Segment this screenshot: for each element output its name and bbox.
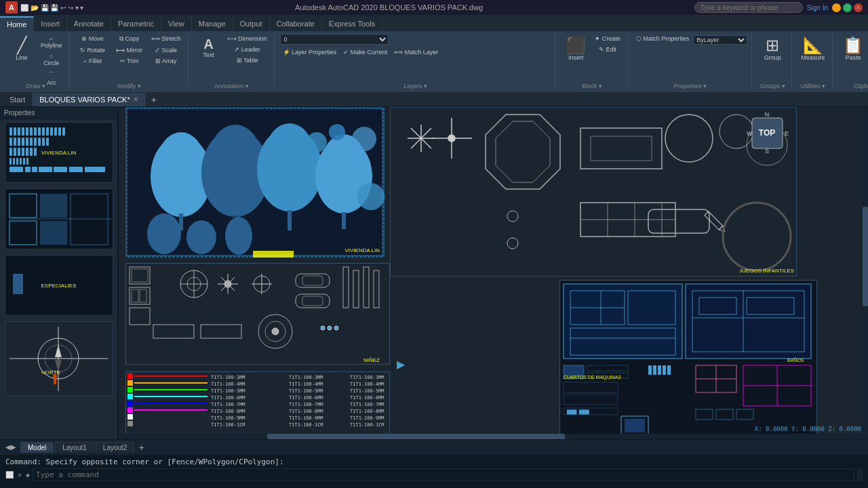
svg-text:E: E bbox=[785, 130, 789, 137]
svg-text:NIÑEZ: NIÑEZ bbox=[363, 357, 380, 363]
svg-rect-3 bbox=[22, 127, 24, 136]
layout-prev-button[interactable]: ◀ bbox=[5, 443, 11, 451]
h-scroll-thumb[interactable] bbox=[267, 434, 565, 439]
tab-output[interactable]: Output bbox=[233, 16, 270, 31]
layout2-tab[interactable]: Layout2 bbox=[96, 442, 135, 453]
move-button[interactable]: ⊕ Move bbox=[75, 34, 111, 44]
tab-express-tools[interactable]: Express Tools bbox=[322, 16, 382, 31]
create-block-button[interactable]: ✦ Create bbox=[592, 34, 623, 43]
svg-rect-44 bbox=[9, 194, 37, 218]
rect-svg bbox=[6, 190, 111, 248]
svg-text:T1T1-100-6MM: T1T1-100-6MM bbox=[289, 395, 323, 401]
circles-label: JUEGOS INFANTILES bbox=[739, 268, 794, 274]
svg-rect-31 bbox=[9, 158, 12, 165]
text-button[interactable]: A Text bbox=[194, 34, 224, 65]
minimize-button[interactable]: ─ bbox=[832, 3, 841, 12]
tab-annotate[interactable]: Annotate bbox=[67, 16, 111, 31]
command-input[interactable] bbox=[33, 468, 854, 481]
svg-rect-193 bbox=[686, 284, 811, 359]
scale-button[interactable]: ⤢ Scale bbox=[149, 45, 184, 55]
svg-text:T1T1-100-3MM: T1T1-100-3MM bbox=[211, 375, 245, 380]
svg-rect-222 bbox=[696, 409, 713, 420]
measure-button[interactable]: 📐 Measure bbox=[797, 34, 828, 63]
v-scroll-thumb[interactable] bbox=[863, 207, 868, 306]
svg-rect-90 bbox=[591, 136, 652, 161]
horizontal-scrollbar[interactable] bbox=[119, 434, 863, 439]
paste-icon: 📋 bbox=[843, 37, 863, 54]
svg-point-125 bbox=[224, 281, 231, 287]
ribbon-group-utilities: 📐 Measure Utilities ▾ bbox=[793, 33, 833, 91]
quick-access-icons: ⬜ 📂 💾 💾 ↩ ↪ ▾ ▾ bbox=[20, 4, 83, 12]
close-button[interactable]: ✕ bbox=[854, 3, 863, 12]
rotate-button[interactable]: ↻ Rotate bbox=[75, 45, 111, 55]
paste-button[interactable]: 📋 Paste bbox=[838, 34, 868, 63]
leader-button[interactable]: ↗ Leader bbox=[225, 45, 270, 54]
copy-button[interactable]: ⧉ Copy bbox=[112, 34, 147, 44]
svg-point-94 bbox=[507, 211, 518, 222]
mirror-button[interactable]: ⟷ Mirror bbox=[112, 45, 147, 55]
svg-text:████ ████: ████ ████ bbox=[566, 409, 589, 415]
cursor-indicator: ▶ bbox=[397, 358, 405, 371]
tab-home[interactable]: Home bbox=[0, 16, 34, 31]
new-layout-button[interactable]: + bbox=[136, 442, 146, 453]
svg-rect-38 bbox=[25, 167, 31, 172]
table-button[interactable]: ⊞ Table bbox=[225, 56, 270, 65]
svg-rect-4 bbox=[26, 127, 28, 136]
svg-rect-29 bbox=[30, 148, 33, 156]
polyline-button[interactable]: ⌐ Polyline bbox=[38, 34, 65, 50]
dimension-button[interactable]: ⟼ Dimension bbox=[225, 34, 270, 43]
svg-rect-22 bbox=[42, 138, 45, 146]
cmd-icons: ⬜ ✕ ◆ bbox=[5, 471, 30, 479]
ribbon-group-annotation: A Text ⟼ Dimension ↗ Leader ⊞ Table Anno… bbox=[190, 33, 275, 91]
model-tab[interactable]: Model bbox=[20, 442, 54, 453]
layout-next-button[interactable]: ▶ bbox=[11, 443, 16, 451]
tab-collaborate[interactable]: Collaborate bbox=[270, 16, 322, 31]
match-properties-button[interactable]: ⬡ Match Properties bbox=[633, 34, 692, 45]
svg-rect-8 bbox=[42, 127, 45, 136]
ribbon-tabs: Home Insert Annotate Parametric View Man… bbox=[0, 15, 868, 31]
svg-rect-19 bbox=[30, 138, 33, 146]
tab-close-icon[interactable]: ✕ bbox=[133, 96, 138, 103]
svg-rect-13 bbox=[62, 127, 65, 136]
layer-dropdown[interactable]: 0 bbox=[280, 34, 389, 45]
svg-text:TOP: TOP bbox=[759, 128, 775, 138]
make-current-button[interactable]: ✓ Make Current bbox=[340, 47, 390, 57]
trees-svg bbox=[127, 108, 384, 258]
stretch-button[interactable]: ⟺ Stretch bbox=[149, 34, 184, 44]
tab-insert[interactable]: Insert bbox=[34, 16, 67, 31]
tab-parametric[interactable]: Parametric bbox=[111, 16, 161, 31]
svg-rect-34 bbox=[20, 158, 22, 165]
trim-button[interactable]: ✂ Trim bbox=[112, 56, 147, 66]
svg-point-144 bbox=[334, 326, 338, 330]
svg-text:T1T1-100-4MM: T1T1-100-4MM bbox=[289, 382, 323, 387]
edit-block-button[interactable]: ✎ Edit bbox=[592, 45, 623, 54]
canvas-area[interactable]: VIVIENDA LIN bbox=[119, 107, 868, 439]
insert-button[interactable]: ⬛ Insert bbox=[561, 34, 591, 63]
line-button[interactable]: ╱ Line bbox=[7, 34, 37, 87]
search-input[interactable] bbox=[694, 2, 803, 13]
layout-tabs: ◀ ▶ Model Layout1 Layout2 + bbox=[0, 439, 868, 454]
tab-view[interactable]: View bbox=[161, 16, 192, 31]
array-button[interactable]: ⊞ Array bbox=[149, 56, 184, 66]
selection-handle bbox=[253, 251, 294, 258]
svg-text:T1T1-100-8MM: T1T1-100-8MM bbox=[289, 409, 323, 414]
layer-properties-button[interactable]: ⚡ Layer Properties bbox=[280, 47, 340, 57]
svg-text:T1T1-100-9MM: T1T1-100-9MM bbox=[350, 415, 384, 421]
layout1-tab[interactable]: Layout1 bbox=[55, 442, 94, 453]
properties-dropdown[interactable]: ByLayer bbox=[693, 35, 747, 45]
circle-button[interactable]: ○ Circle bbox=[38, 52, 65, 68]
fillet-button[interactable]: ⌐ Fillet bbox=[75, 56, 111, 66]
sign-in-button[interactable]: Sign In bbox=[807, 4, 828, 12]
cmd-scrollbar[interactable] bbox=[857, 468, 863, 481]
maximize-button[interactable]: □ bbox=[843, 3, 852, 12]
svg-text:T1T1-100-8MM: T1T1-100-8MM bbox=[211, 409, 245, 414]
command-input-row: ⬜ ✕ ◆ bbox=[5, 468, 863, 481]
tab-manage[interactable]: Manage bbox=[192, 16, 233, 31]
match-layer-button[interactable]: ⟺ Match Layer bbox=[391, 47, 441, 57]
svg-marker-88 bbox=[496, 121, 550, 182]
vertical-scrollbar[interactable] bbox=[863, 107, 868, 439]
svg-rect-27 bbox=[22, 148, 24, 156]
group-button[interactable]: ⊞ Group bbox=[757, 34, 787, 63]
main-content: Properties bbox=[0, 107, 868, 439]
new-tab-button[interactable]: + bbox=[146, 93, 162, 106]
